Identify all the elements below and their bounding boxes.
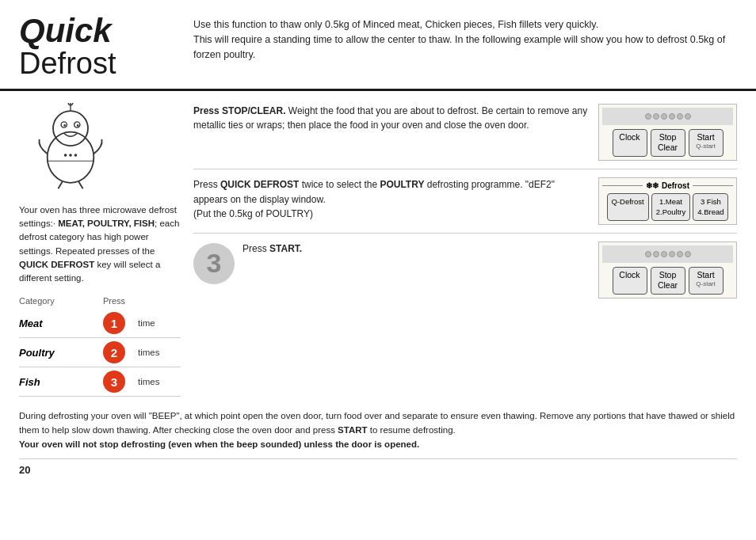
stop-clear-button-1[interactable]: StopClear: [651, 129, 685, 157]
cat-name-meat: Meat: [19, 318, 90, 329]
start-button-1[interactable]: StartQ-start: [689, 129, 724, 157]
step-2-poultry: POULTRY: [380, 179, 424, 190]
display-dot: [677, 113, 683, 120]
svg-point-1: [53, 111, 88, 146]
clock-button-1[interactable]: Clock: [613, 129, 647, 157]
cat-name-poultry: Poultry: [19, 347, 90, 359]
defrost-panel: ❄❄ Defrost Q-Defrost 1.Meat2.Poultry 3 F…: [598, 177, 737, 225]
step-3-start: START.: [269, 243, 302, 254]
defrost-btn-row: Q-Defrost 1.Meat2.Poultry 3 Fish4.Bread: [602, 193, 733, 221]
svg-point-11: [64, 154, 67, 157]
cat-times-meat: time: [138, 318, 178, 328]
stop-clear-button-3[interactable]: StopClear: [651, 267, 685, 295]
q-start-label-3: Q-start: [694, 280, 718, 288]
title-defrost: Defrost: [19, 48, 193, 81]
cat-circle-fish: 3: [90, 371, 138, 393]
header-description: Use this function to thaw only 0.5kg of …: [193, 14, 737, 81]
bottom-normal-2: to resume defrosting.: [368, 425, 456, 435]
svg-point-12: [69, 154, 72, 157]
table-row: Fish 3 times: [19, 367, 181, 397]
cat-col-times: [138, 296, 178, 306]
page-header: Quick Defrost Use this function to thaw …: [0, 0, 756, 91]
panel-btn-row-1: Clock StopClear StartQ-start: [613, 129, 724, 157]
fish-bread-button[interactable]: 3 Fish4.Bread: [693, 193, 728, 221]
category-table: Category Press Meat 1 time Poultry 2 tim…: [19, 296, 181, 397]
cat-circle-poultry: 2: [90, 341, 138, 363]
display-dot: [661, 113, 667, 120]
title-quick: Quick: [19, 14, 193, 48]
panel-btn-row-3: Clock StopClear StartQ-start: [613, 267, 724, 295]
svg-line-9: [78, 181, 83, 188]
cat-col-category: Category: [19, 296, 90, 306]
mascot-area: [19, 99, 122, 194]
mascot-icon: [27, 103, 114, 190]
oven-desc-bold1: MEAT, POULTRY, FISH: [58, 219, 155, 228]
left-column: Your oven has three microwave defrost se…: [19, 99, 193, 397]
circle-3: 3: [103, 371, 125, 393]
display-dot: [653, 113, 659, 120]
clock-button-3[interactable]: Clock: [613, 267, 647, 295]
table-row: Meat 1 time: [19, 309, 181, 338]
category-header: Category Press: [19, 296, 181, 306]
step-3-text: Press START.: [242, 241, 590, 257]
bottom-start-bold: START: [338, 425, 367, 435]
bottom-text: During defrosting your oven will "BEEP",…: [19, 409, 737, 458]
svg-point-5: [77, 124, 79, 127]
start-button-3[interactable]: StartQ-start: [689, 267, 724, 295]
defrost-line-right: [693, 185, 733, 186]
panel-display-3: [602, 245, 733, 263]
step-divider-2: [193, 233, 737, 234]
step-3-number: 3: [193, 243, 235, 284]
step-2-text: Press QUICK DEFROST twice to select the …: [193, 177, 590, 222]
display-dot: [685, 251, 691, 257]
svg-point-0: [48, 131, 94, 182]
oven-description: Your oven has three microwave defrost se…: [19, 203, 181, 286]
step-1: Press STOP/CLEAR. Weight the food that y…: [193, 99, 737, 165]
meat-poultry-button[interactable]: 1.Meat2.Poultry: [651, 193, 691, 221]
cat-name-fish: Fish: [19, 376, 90, 388]
cat-circle-meat: 1: [90, 312, 138, 334]
svg-point-4: [63, 124, 66, 127]
display-dot: [645, 113, 651, 120]
oven-desc-bold2: QUICK DEFROST: [19, 260, 94, 269]
q-defrost-button[interactable]: Q-Defrost: [607, 193, 649, 221]
circle-1: 1: [103, 312, 125, 334]
defrost-icon: ❄❄: [646, 181, 659, 190]
svg-line-8: [58, 181, 63, 188]
main-content: Your oven has three microwave defrost se…: [0, 91, 756, 405]
display-dot: [669, 251, 675, 257]
defrost-panel-title: ❄❄ Defrost: [602, 181, 733, 190]
bottom-area: During defrosting your oven will "BEEP",…: [0, 405, 756, 458]
display-dot: [661, 251, 667, 257]
step-2-quick-defrost: QUICK DEFROST: [220, 179, 299, 190]
display-dot: [669, 113, 675, 120]
display-dot: [685, 113, 691, 120]
cat-times-fish: times: [138, 377, 178, 386]
header-desc-line2: This will require a standing time to all…: [193, 34, 725, 60]
display-dot: [677, 251, 683, 257]
step-divider-1: [193, 169, 737, 169]
step-1-text: Press STOP/CLEAR. Weight the food that y…: [193, 104, 590, 133]
display-dot: [645, 251, 651, 257]
title-area: Quick Defrost: [19, 14, 193, 81]
step-3: 3 Press START. Clock StopClear StartQ-st…: [193, 237, 737, 303]
svg-point-13: [74, 154, 78, 157]
display-dot: [653, 251, 659, 257]
page-number: 20: [0, 459, 756, 481]
circle-2: 2: [103, 341, 125, 363]
button-panel-3: Clock StopClear StartQ-start: [598, 241, 737, 299]
defrost-label: Defrost: [662, 181, 689, 190]
bottom-warning: Your oven will not stop defrosting (even…: [19, 439, 419, 449]
cat-times-poultry: times: [138, 348, 178, 357]
step-1-bold: Press STOP/CLEAR.: [193, 105, 285, 116]
table-row: Poultry 2 times: [19, 338, 181, 367]
step-2: Press QUICK DEFROST twice to select the …: [193, 173, 737, 230]
panel-display-1: [602, 108, 733, 125]
q-start-label: Q-start: [694, 143, 718, 150]
cat-col-press: Press: [90, 296, 138, 306]
header-desc-line1: Use this function to thaw only 0.5kg of …: [193, 19, 598, 30]
defrost-line-left: [602, 185, 643, 186]
right-column: Press STOP/CLEAR. Weight the food that y…: [193, 99, 737, 397]
button-panel-1: Clock StopClear StartQ-start: [598, 104, 737, 161]
